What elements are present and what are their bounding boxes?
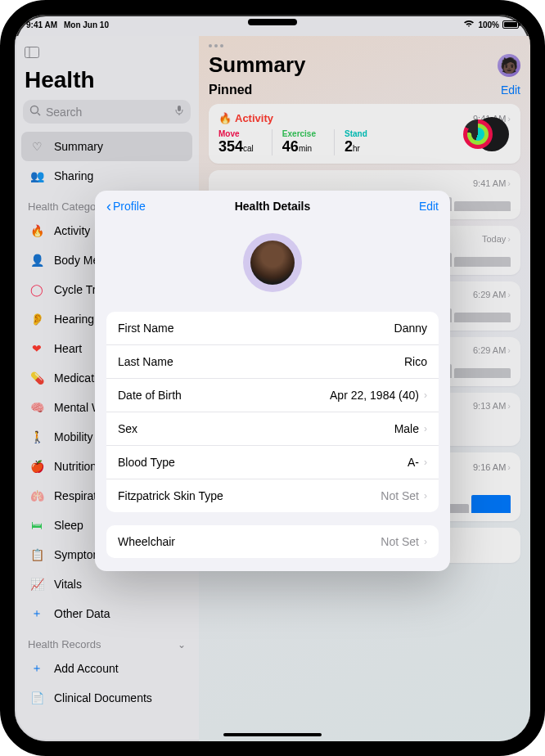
chevron-right-icon: › <box>424 423 427 434</box>
chevron-right-icon: › <box>424 457 427 468</box>
row-label: Wheelchair <box>118 535 175 548</box>
edit-button[interactable]: Edit <box>419 200 439 213</box>
health-detail-row-date-of-birth[interactable]: Date of BirthApr 22, 1984 (40)› <box>106 378 439 412</box>
row-value: Rico <box>404 355 427 368</box>
chevron-right-icon: › <box>424 389 427 401</box>
row-label: Sex <box>118 422 137 435</box>
row-label: Last Name <box>118 355 173 368</box>
row-value: Male› <box>394 422 427 435</box>
health-detail-row-last-name: Last NameRico <box>106 344 439 378</box>
health-detail-row-fitzpatrick-skin-type[interactable]: Fitzpatrick Skin TypeNot Set› <box>106 479 439 512</box>
row-value: Not Set› <box>381 489 427 502</box>
health-detail-row-blood-type[interactable]: Blood TypeA-› <box>106 445 439 479</box>
modal-title: Health Details <box>95 200 450 213</box>
chevron-left-icon: ‹ <box>106 199 111 214</box>
row-value: Not Set› <box>381 535 427 548</box>
row-value: A-› <box>408 456 427 469</box>
chevron-right-icon: › <box>424 536 427 547</box>
chevron-right-icon: › <box>424 490 427 502</box>
row-value: Danny <box>394 322 427 335</box>
row-label: Date of Birth <box>118 389 182 402</box>
home-indicator[interactable] <box>223 733 322 736</box>
device-camera-pill <box>248 19 297 25</box>
profile-avatar-large[interactable] <box>243 233 302 292</box>
row-label: First Name <box>118 322 173 335</box>
back-button[interactable]: ‹ Profile <box>106 199 146 214</box>
health-details-modal: ‹ Profile Health Details Edit First Name… <box>95 191 450 571</box>
health-detail-row-first-name: First NameDanny <box>106 312 439 344</box>
health-detail-row-sex[interactable]: SexMale› <box>106 412 439 445</box>
row-label: Fitzpatrick Skin Type <box>118 489 223 502</box>
row-label: Blood Type <box>118 456 175 469</box>
health-detail-row-wheelchair[interactable]: WheelchairNot Set› <box>106 525 439 558</box>
row-value: Apr 22, 1984 (40)› <box>330 389 427 402</box>
